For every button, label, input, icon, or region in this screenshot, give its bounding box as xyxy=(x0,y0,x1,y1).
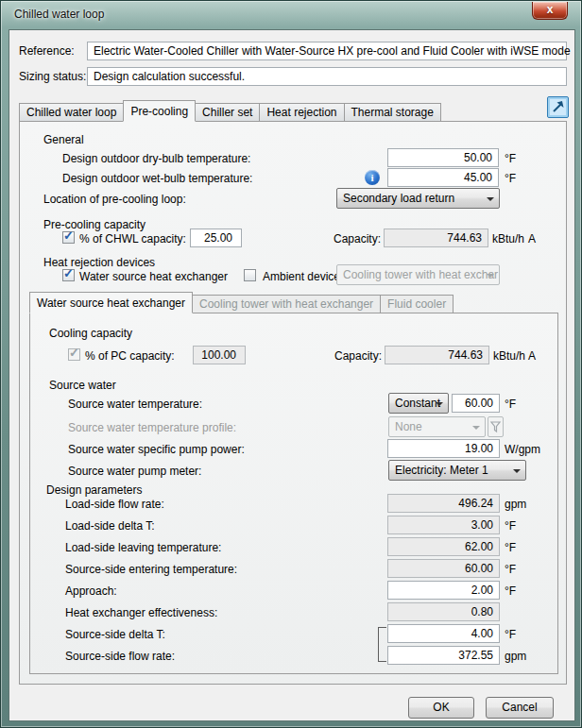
dialog-window: Chilled water loop x Reference: Electric… xyxy=(0,0,582,728)
wshx-capacity-autosize-flag: A xyxy=(528,347,536,365)
precool-capacity-label: Capacity: xyxy=(334,229,381,248)
sizing-status-label: Sizing status: xyxy=(19,67,86,86)
location-dropdown[interactable]: Secondary load return xyxy=(336,188,500,209)
pump-meter-value: Electricity: Meter 1 xyxy=(395,464,488,477)
wshx-checkbox[interactable]: ✓ xyxy=(62,269,75,281)
cooling-capacity-section-label: Cooling capacity xyxy=(49,324,132,343)
tab-chilled-water-loop[interactable]: Chilled water loop xyxy=(19,103,124,122)
pump-meter-label: Source water pump meter: xyxy=(68,462,201,481)
filter-funnel-icon xyxy=(488,417,503,436)
design-row-label: Load-side delta T: xyxy=(65,516,155,535)
source-water-temp-unit: °F xyxy=(505,395,516,414)
ambient-device-checkbox[interactable] xyxy=(244,269,256,281)
expand-arrow-icon xyxy=(548,97,568,117)
reference-label: Reference: xyxy=(19,42,75,60)
source-water-temp-input[interactable]: 60.00 xyxy=(452,394,500,413)
subtab-water-source-heat-exchanger[interactable]: Water source heat exchanger xyxy=(29,292,193,313)
ok-button[interactable]: OK xyxy=(408,697,474,719)
tab-thermal-storage[interactable]: Thermal storage xyxy=(344,103,441,122)
subtab-fluid-cooler: Fluid cooler xyxy=(380,295,454,313)
cancel-button[interactable]: Cancel xyxy=(486,697,554,719)
design-row-label: Source-side entering temperature: xyxy=(65,560,237,579)
sizing-status-input[interactable]: Design calculation successful. xyxy=(87,67,567,86)
window-title: Chilled water loop xyxy=(14,8,104,21)
profile-filter-button xyxy=(488,416,504,437)
pump-power-label: Source water specific pump power: xyxy=(68,440,245,459)
dialog-body: Reference: Electric Water-Cooled Chiller… xyxy=(9,29,575,721)
chevron-down-icon xyxy=(472,426,480,430)
chevron-down-icon xyxy=(487,197,494,201)
design-row-label: Source-side delta T: xyxy=(65,625,165,644)
location-dropdown-value: Secondary load return xyxy=(343,192,454,205)
ambient-device-dropdown-value: Cooling tower with heat exchar xyxy=(343,268,498,281)
precool-capacity-unit: kBtu/h xyxy=(492,229,524,248)
design-row-unit: °F xyxy=(505,516,516,535)
wshx-capacity-value: 744.63 xyxy=(385,346,489,364)
chwl-capacity-checkbox[interactable]: ✓ xyxy=(62,231,75,244)
load-side-delta-t-value: 3.00 xyxy=(387,516,500,534)
wshx-capacity-label: Capacity: xyxy=(334,347,382,365)
design-row-label: Load-side flow rate: xyxy=(65,495,164,514)
pre-cooling-tab-panel: General Design outdoor dry-bulb temperat… xyxy=(19,121,567,685)
design-row-unit: gpm xyxy=(505,495,526,514)
design-row-unit: °F xyxy=(505,625,516,644)
checkmark-icon: ✓ xyxy=(63,266,74,280)
source-side-delta-t-input[interactable]: 4.00 xyxy=(387,624,500,643)
tab-pre-cooling[interactable]: Pre-cooling xyxy=(123,100,196,122)
approach-input[interactable]: 2.00 xyxy=(387,581,500,600)
source-water-temp-label: Source water temperature: xyxy=(68,395,202,414)
load-side-leaving-temp-value: 62.00 xyxy=(387,537,500,556)
source-water-temp-mode-value: Constant xyxy=(395,397,440,410)
device-subtabstrip: Water source heat exchanger Cooling towe… xyxy=(29,292,453,313)
design-row-label: Heat exchanger effectiveness: xyxy=(65,603,217,622)
reference-input[interactable]: Electric Water-Cooled Chiller with Water… xyxy=(87,42,567,60)
load-side-flow-rate-value: 496.24 xyxy=(387,494,500,513)
wet-bulb-input[interactable]: 45.00 xyxy=(387,168,499,187)
design-row-label: Approach: xyxy=(65,582,117,601)
precool-capacity-autosize-flag: A xyxy=(528,229,536,248)
expand-button[interactable] xyxy=(547,96,569,118)
source-side-flow-rate-input[interactable]: 372.55 xyxy=(387,646,500,665)
design-row-unit: °F xyxy=(505,582,516,601)
chwl-capacity-label: % of CHWL capacity: xyxy=(79,229,186,248)
chevron-down-icon xyxy=(513,469,521,473)
tab-chiller-set[interactable]: Chiller set xyxy=(195,103,260,122)
design-row-unit: gpm xyxy=(505,647,526,666)
linked-fields-bracket xyxy=(378,627,386,662)
general-section-label: General xyxy=(43,130,84,149)
chevron-down-icon xyxy=(436,402,443,406)
close-icon: x xyxy=(547,3,554,16)
source-water-profile-label: Source water temperature profile: xyxy=(68,418,236,437)
source-water-profile-value: None xyxy=(395,420,422,433)
tab-heat-rejection[interactable]: Heat rejection xyxy=(259,103,344,122)
pump-meter-dropdown[interactable]: Electricity: Meter 1 xyxy=(388,460,526,481)
hx-effectiveness-value: 0.80 xyxy=(387,602,500,621)
design-row-unit: °F xyxy=(505,560,516,579)
wshx-checkbox-label: Water source heat exchanger xyxy=(79,267,228,286)
close-button[interactable]: x xyxy=(532,2,568,20)
main-tabstrip: Chilled water loop Pre-cooling Chiller s… xyxy=(19,100,440,122)
source-side-entering-temp-value: 60.00 xyxy=(387,559,500,578)
ambient-device-label: Ambient device: xyxy=(263,267,343,286)
chevron-down-icon xyxy=(487,274,494,278)
checkmark-icon: ✓ xyxy=(63,229,74,243)
wet-bulb-label: Design outdoor wet-bulb temperature: xyxy=(62,169,252,188)
precool-capacity-value: 744.63 xyxy=(384,229,488,247)
checkmark-icon: ✓ xyxy=(69,346,79,360)
dry-bulb-unit: °F xyxy=(505,149,516,168)
pump-power-input[interactable]: 19.00 xyxy=(387,439,500,458)
chwl-capacity-input[interactable]: 25.00 xyxy=(190,229,242,247)
dry-bulb-input[interactable]: 50.00 xyxy=(387,148,499,167)
wshx-capacity-unit: kBtu/h xyxy=(493,347,525,365)
source-water-section-label: Source water xyxy=(49,376,116,395)
wshx-subtab-panel: Cooling capacity ✓ % of PC capacity: 100… xyxy=(29,313,558,674)
source-water-profile-dropdown: None xyxy=(388,416,486,437)
source-water-temp-mode-dropdown[interactable]: Constant xyxy=(388,393,449,414)
design-row-unit: °F xyxy=(505,538,516,557)
pc-capacity-value: 100.00 xyxy=(193,346,246,364)
subtab-cooling-tower-with-heat-exchanger: Cooling tower with heat exchanger xyxy=(192,295,381,313)
design-row-label: Load-side leaving temperature: xyxy=(65,538,221,557)
pc-capacity-label: % of PC capacity: xyxy=(85,347,175,365)
dry-bulb-label: Design outdoor dry-bulb temperature: xyxy=(62,149,250,168)
info-icon[interactable]: i xyxy=(365,170,380,185)
